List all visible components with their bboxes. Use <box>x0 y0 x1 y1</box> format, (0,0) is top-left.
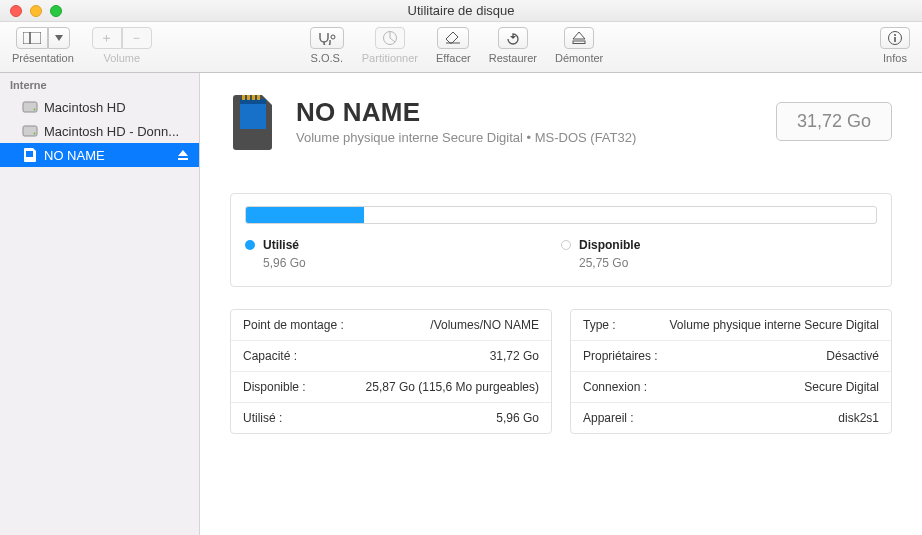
sidebar-item-macintosh-hd-donn-[interactable]: Macintosh HD - Donn... <box>0 119 199 143</box>
usage-panel: Utilisé 5,96 Go Disponible 25,75 Go <box>230 193 892 287</box>
svg-rect-0 <box>23 32 30 44</box>
view-mode-button[interactable] <box>16 27 48 49</box>
detail-row: Capacité :31,72 Go <box>231 341 551 372</box>
main-content: NO NAME Volume physique interne Secure D… <box>200 73 922 535</box>
used-label: Utilisé <box>263 238 299 252</box>
volume-name: NO NAME <box>296 97 636 128</box>
detail-key: Capacité : <box>243 349 297 363</box>
svg-point-10 <box>894 34 896 36</box>
detail-value: disk2s1 <box>838 411 879 425</box>
window-controls <box>0 5 62 17</box>
svg-marker-7 <box>573 32 585 39</box>
svg-point-3 <box>331 35 335 39</box>
volume-subtitle: Volume physique interne Secure Digital •… <box>296 130 636 145</box>
info-label: Infos <box>883 52 907 64</box>
disk-icon <box>22 99 38 115</box>
usage-fill <box>246 207 364 223</box>
sidebar-item-label: Macintosh HD - Donn... <box>44 124 189 139</box>
toolbar-group-view: Présentation <box>12 27 74 64</box>
toolbar-group-restore: Restaurer <box>489 27 537 64</box>
used-value: 5,96 Go <box>263 256 561 270</box>
svg-rect-24 <box>257 95 260 100</box>
sidebar-item-macintosh-hd[interactable]: Macintosh HD <box>0 95 199 119</box>
detail-value: Désactivé <box>826 349 879 363</box>
svg-marker-17 <box>178 150 188 156</box>
svg-rect-22 <box>247 95 250 100</box>
partition-label: Partitionner <box>362 52 418 64</box>
detail-key: Point de montage : <box>243 318 344 332</box>
detail-value: /Volumes/NO NAME <box>430 318 539 332</box>
svg-rect-23 <box>252 95 255 100</box>
view-dropdown-button[interactable] <box>48 27 70 49</box>
svg-rect-1 <box>30 32 41 44</box>
svg-rect-14 <box>23 126 37 136</box>
sos-button[interactable] <box>310 27 344 49</box>
svg-rect-21 <box>242 95 245 100</box>
detail-value: Volume physique interne Secure Digital <box>670 318 879 332</box>
erase-label: Effacer <box>436 52 471 64</box>
restore-label: Restaurer <box>489 52 537 64</box>
detail-row: Type :Volume physique interne Secure Dig… <box>571 310 891 341</box>
sd-card-icon <box>230 91 278 151</box>
usage-bar <box>245 206 877 224</box>
restore-button[interactable] <box>498 27 528 49</box>
details-panel: Point de montage :/Volumes/NO NAMECapaci… <box>230 309 892 434</box>
svg-point-15 <box>34 133 36 135</box>
sidebar-item-no-name[interactable]: NO NAME <box>0 143 199 167</box>
detail-row: Connexion :Secure Digital <box>571 372 891 403</box>
svg-rect-12 <box>23 102 37 112</box>
svg-marker-6 <box>510 36 516 39</box>
pie-icon <box>382 30 398 46</box>
disk-icon <box>22 123 38 139</box>
svg-rect-11 <box>894 37 896 42</box>
toolbar-group-erase: Effacer <box>436 27 471 64</box>
view-label: Présentation <box>12 52 74 64</box>
detail-value: Secure Digital <box>804 380 879 394</box>
svg-rect-16 <box>26 151 33 157</box>
erase-button[interactable] <box>437 27 469 49</box>
capacity-badge: 31,72 Go <box>776 102 892 141</box>
toolbar-group-unmount: Démonter <box>555 27 603 64</box>
window-title: Utilitaire de disque <box>0 3 922 18</box>
sidebar-item-label: Macintosh HD <box>44 100 189 115</box>
detail-row: Point de montage :/Volumes/NO NAME <box>231 310 551 341</box>
titlebar: Utilitaire de disque <box>0 0 922 22</box>
used-dot <box>245 240 255 250</box>
info-button[interactable] <box>880 27 910 49</box>
toolbar-group-volume: ＋ － Volume <box>92 27 152 64</box>
free-dot <box>561 240 571 250</box>
volume-add-button: ＋ <box>92 27 122 49</box>
eject-icon <box>572 31 586 45</box>
partition-button <box>375 27 405 49</box>
minimize-window-button[interactable] <box>30 5 42 17</box>
zoom-window-button[interactable] <box>50 5 62 17</box>
detail-row: Disponible :25,87 Go (115,6 Mo purgeable… <box>231 372 551 403</box>
svg-rect-18 <box>178 158 188 160</box>
unmount-label: Démonter <box>555 52 603 64</box>
detail-value: 25,87 Go (115,6 Mo purgeables) <box>366 380 539 394</box>
detail-row: Utilisé :5,96 Go <box>231 403 551 433</box>
detail-value: 5,96 Go <box>496 411 539 425</box>
stethoscope-icon <box>317 31 337 45</box>
detail-row: Appareil :disk2s1 <box>571 403 891 433</box>
eject-button[interactable] <box>177 149 189 161</box>
svg-point-13 <box>34 109 36 111</box>
detail-key: Propriétaires : <box>583 349 658 363</box>
close-window-button[interactable] <box>10 5 22 17</box>
restore-icon <box>505 31 521 45</box>
detail-key: Appareil : <box>583 411 634 425</box>
details-left: Point de montage :/Volumes/NO NAMECapaci… <box>230 309 552 434</box>
detail-key: Connexion : <box>583 380 647 394</box>
toolbar-group-info: Infos <box>880 27 910 64</box>
toolbar-group-sos: S.O.S. <box>310 27 344 64</box>
toolbar-group-partition: Partitionner <box>362 27 418 64</box>
free-value: 25,75 Go <box>579 256 877 270</box>
toolbar: Présentation ＋ － Volume S.O.S. Partition… <box>0 22 922 73</box>
sidebar-item-label: NO NAME <box>44 148 171 163</box>
sidebar: Interne Macintosh HDMacintosh HD - Donn.… <box>0 73 200 535</box>
sidebar-header: Interne <box>0 73 199 95</box>
unmount-button[interactable] <box>564 27 594 49</box>
info-icon <box>887 30 903 46</box>
eraser-icon <box>444 31 462 45</box>
svg-rect-19 <box>240 103 266 129</box>
